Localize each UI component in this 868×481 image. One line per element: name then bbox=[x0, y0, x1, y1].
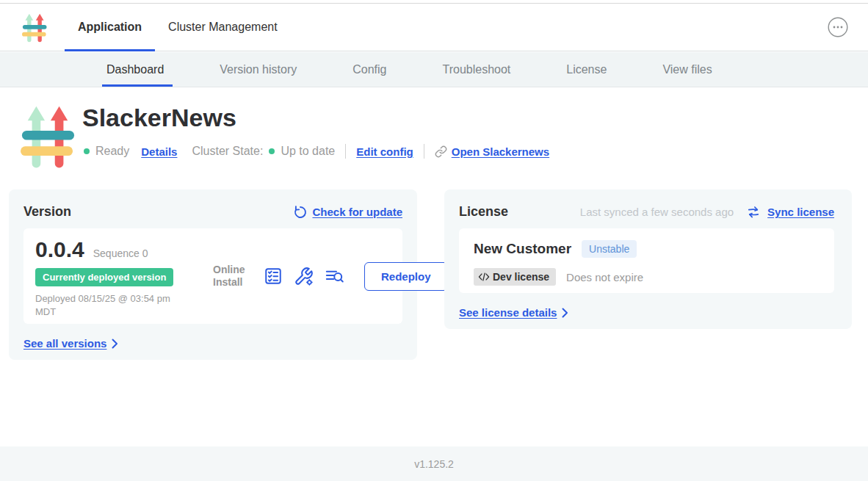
last-synced-text: Last synced a few seconds ago bbox=[580, 206, 734, 218]
redeploy-button[interactable]: Redeploy bbox=[364, 262, 448, 291]
sync-arrows-icon bbox=[746, 205, 761, 220]
current-version-panel: 0.0.4 Sequence 0 Currently deployed vers… bbox=[23, 228, 402, 324]
page-title: SlackerNews bbox=[82, 104, 236, 132]
console-footer: v1.125.2 bbox=[0, 446, 868, 481]
customer-name: New Customer bbox=[474, 241, 571, 257]
version-card-header: Version Check for update bbox=[23, 204, 402, 220]
see-all-versions-label: See all versions bbox=[23, 337, 106, 350]
subnav-tab-dashboard[interactable]: Dashboard bbox=[106, 52, 164, 87]
logs-magnifier-icon[interactable] bbox=[325, 267, 344, 286]
chevron-right-icon bbox=[112, 339, 118, 349]
version-sequence: Sequence 0 bbox=[93, 247, 148, 259]
version-info-block: 0.0.4 Sequence 0 Currently deployed vers… bbox=[35, 237, 203, 315]
chain-link-icon bbox=[435, 145, 447, 158]
console-version: v1.125.2 bbox=[414, 458, 454, 470]
channel-badge: Unstable bbox=[582, 240, 637, 258]
license-type-label: Dev license bbox=[493, 271, 549, 283]
cluster-state-label: Cluster State: bbox=[192, 145, 263, 158]
refresh-icon bbox=[293, 205, 308, 220]
cluster-state-dot bbox=[269, 148, 275, 154]
edit-config-link[interactable]: Edit config bbox=[356, 145, 413, 158]
cluster-state-text: Up to date bbox=[281, 145, 335, 158]
navbar-spacer bbox=[291, 4, 827, 51]
license-expiry: Does not expire bbox=[566, 271, 643, 283]
license-card-title: License bbox=[459, 204, 508, 220]
code-brackets-icon bbox=[478, 272, 490, 282]
tab-cluster-management[interactable]: Cluster Management bbox=[155, 4, 291, 51]
app-status-dot bbox=[84, 148, 90, 154]
check-for-update-label: Check for update bbox=[312, 206, 402, 218]
preflight-checklist-icon[interactable] bbox=[264, 267, 283, 286]
subnav-tab-view-files[interactable]: View files bbox=[662, 52, 712, 87]
app-subnav: Dashboard Version history Config Trouble… bbox=[0, 52, 868, 87]
license-info-panel: New Customer Unstable Dev license Does n… bbox=[459, 228, 834, 293]
version-card: Version Check for update 0.0.4 Sequence … bbox=[9, 189, 417, 360]
top-navbar: Application Cluster Management bbox=[0, 4, 868, 51]
subnav-tab-version-history[interactable]: Version history bbox=[220, 52, 297, 87]
status-divider bbox=[345, 144, 346, 159]
subnav-tab-config[interactable]: Config bbox=[352, 52, 386, 87]
status-details-link[interactable]: Details bbox=[141, 145, 177, 158]
license-header-right: Last synced a few seconds ago Sync licen… bbox=[580, 205, 834, 220]
version-card-title: Version bbox=[23, 204, 71, 220]
app-status-text: Ready bbox=[95, 145, 129, 158]
more-options-button[interactable] bbox=[827, 16, 849, 38]
ellipsis-icon bbox=[827, 16, 849, 38]
app-status-row: Ready Details Cluster State: Up to date … bbox=[84, 144, 549, 159]
open-app-link[interactable]: Open Slackernews bbox=[435, 145, 549, 158]
install-type-label: Online Install bbox=[213, 264, 253, 289]
status-divider bbox=[424, 144, 424, 159]
version-number: 0.0.4 bbox=[35, 237, 84, 262]
subnav-tab-troubleshoot[interactable]: Troubleshoot bbox=[442, 52, 510, 87]
license-type-badge: Dev license bbox=[474, 268, 556, 286]
subnav-tab-license[interactable]: License bbox=[566, 52, 607, 87]
see-license-details-label: See license details bbox=[459, 306, 557, 319]
open-app-label: Open Slackernews bbox=[452, 145, 549, 158]
top-nav-tabs: Application Cluster Management bbox=[65, 4, 291, 51]
chevron-right-icon bbox=[562, 308, 568, 318]
deployed-version-badge: Currently deployed version bbox=[35, 268, 173, 286]
see-all-versions-link[interactable]: See all versions bbox=[23, 337, 118, 350]
license-card: License Last synced a few seconds ago Sy… bbox=[444, 189, 852, 329]
check-for-update-link[interactable]: Check for update bbox=[293, 205, 402, 220]
see-license-details-link[interactable]: See license details bbox=[459, 306, 568, 319]
sync-license-link[interactable]: Sync license bbox=[767, 206, 834, 218]
app-logo-large bbox=[21, 102, 75, 171]
deployed-timestamp: Deployed 08/15/25 @ 03:54 pm MDT bbox=[35, 292, 193, 318]
app-logo-icon bbox=[22, 12, 47, 43]
wrench-gear-icon[interactable] bbox=[294, 267, 314, 286]
tab-application[interactable]: Application bbox=[65, 4, 155, 51]
license-card-header: License Last synced a few seconds ago Sy… bbox=[459, 204, 834, 220]
version-actions-block: Online Install bbox=[213, 237, 448, 315]
